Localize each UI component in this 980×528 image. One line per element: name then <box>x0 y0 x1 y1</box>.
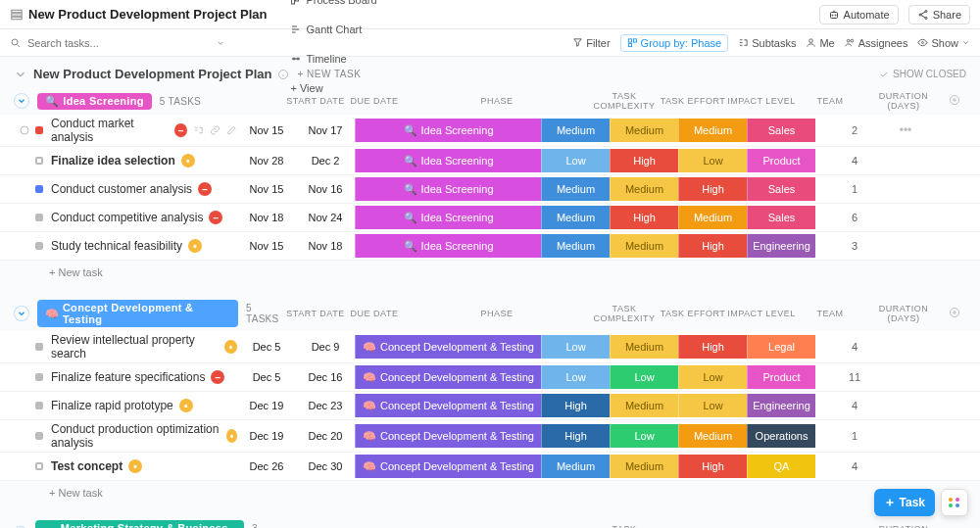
impact-cell[interactable]: Medium <box>678 206 747 229</box>
impact-cell[interactable]: Medium <box>678 424 747 448</box>
status-dot[interactable] <box>35 157 43 165</box>
complexity-cell[interactable]: Low <box>541 365 610 389</box>
show-closed-button[interactable]: SHOW CLOSED <box>879 69 966 79</box>
task-name-cell[interactable]: Conduct competitive analysis − <box>51 211 237 224</box>
priority-warn-icon[interactable]: • <box>181 154 195 168</box>
apps-fab[interactable] <box>941 489 968 516</box>
start-date[interactable]: Nov 15 <box>237 183 296 195</box>
duration-cell[interactable]: 4 <box>815 155 894 167</box>
due-date[interactable]: Dec 2 <box>296 155 355 167</box>
impact-cell[interactable]: Medium <box>678 119 747 142</box>
assignees-button[interactable]: Assignees <box>845 37 908 49</box>
status-dot[interactable] <box>35 214 43 221</box>
link-icon[interactable] <box>210 124 220 136</box>
team-cell[interactable]: Engineering <box>747 394 815 417</box>
duration-cell[interactable]: 4 <box>815 400 894 411</box>
duration-cell[interactable]: 11 <box>815 371 894 383</box>
effort-cell[interactable]: Medium <box>610 394 678 417</box>
chevron-down-icon[interactable] <box>216 38 225 48</box>
phase-cell[interactable]: 🔍 Idea Screening <box>355 149 541 172</box>
start-date[interactable]: Nov 28 <box>237 155 296 167</box>
complexity-cell[interactable]: Low <box>541 335 610 359</box>
complexity-cell[interactable]: Medium <box>541 177 610 201</box>
complexity-cell[interactable]: Low <box>541 149 610 172</box>
team-cell[interactable]: Sales <box>747 119 815 142</box>
due-date[interactable]: Dec 16 <box>296 371 355 383</box>
team-cell[interactable]: QA <box>747 455 815 478</box>
status-dot[interactable] <box>35 343 43 351</box>
impact-cell[interactable]: Low <box>678 149 747 172</box>
task-name-cell[interactable]: Finalize rapid prototype • <box>51 399 237 412</box>
collapse-icon[interactable] <box>14 68 27 81</box>
task-row[interactable]: Conduct production optimization analysis… <box>0 420 980 453</box>
task-name-cell[interactable]: Test concept • <box>51 459 237 473</box>
impact-cell[interactable]: High <box>678 335 747 359</box>
row-more-button[interactable]: ••• <box>894 123 917 137</box>
team-cell[interactable]: Operations <box>747 424 815 448</box>
status-dot[interactable] <box>35 402 43 409</box>
effort-cell[interactable]: Medium <box>610 335 678 359</box>
status-dot[interactable] <box>35 432 43 440</box>
phase-cell[interactable]: 🧠 Concept Development & Testing <box>355 424 541 448</box>
priority-blocked-icon[interactable]: − <box>198 182 212 196</box>
team-cell[interactable]: Sales <box>747 177 815 201</box>
task-name-cell[interactable]: Finalize feature specifications − <box>51 370 237 384</box>
tab--view[interactable]: + View <box>282 73 417 103</box>
impact-cell[interactable]: High <box>678 177 747 201</box>
impact-cell[interactable]: Low <box>678 394 747 417</box>
priority-warn-icon[interactable]: • <box>224 340 237 354</box>
task-row[interactable]: Finalize idea selection • Nov 28 Dec 2 🔍… <box>0 147 980 175</box>
due-date[interactable]: Dec 23 <box>296 400 355 411</box>
effort-cell[interactable]: Low <box>610 365 678 389</box>
section-pill[interactable]: 📊 Marketing Strategy & Business Analysis <box>35 520 245 528</box>
complexity-cell[interactable]: Medium <box>541 234 610 258</box>
due-date[interactable]: Nov 24 <box>296 212 355 223</box>
effort-cell[interactable]: Medium <box>610 177 678 201</box>
task-row[interactable]: Conduct market analysis − Nov 15 Nov 17 … <box>0 115 980 147</box>
tab-timeline[interactable]: Timeline <box>282 44 417 73</box>
duration-cell[interactable]: 1 <box>815 430 894 442</box>
me-button[interactable]: Me <box>806 37 834 49</box>
section-pill[interactable]: 🔍 Idea Screening <box>37 93 152 110</box>
due-date[interactable]: Dec 30 <box>296 460 355 472</box>
priority-blocked-icon[interactable]: − <box>209 211 222 224</box>
complexity-cell[interactable]: Medium <box>541 206 610 229</box>
complexity-cell[interactable]: Medium <box>541 455 610 478</box>
priority-warn-icon[interactable]: • <box>179 399 193 412</box>
task-row[interactable]: Conduct competitive analysis − Nov 18 No… <box>0 204 980 232</box>
effort-cell[interactable]: Medium <box>610 119 678 142</box>
duration-cell[interactable]: 6 <box>815 212 894 223</box>
effort-cell[interactable]: High <box>610 206 678 229</box>
duration-cell[interactable]: 4 <box>815 460 894 472</box>
section-pill[interactable]: 🧠 Concept Development & Testing <box>37 300 238 327</box>
automate-button[interactable]: Automate <box>819 5 899 24</box>
task-row[interactable]: Finalize feature specifications − Dec 5 … <box>0 363 980 392</box>
task-name-cell[interactable]: Conduct production optimization analysis… <box>51 422 237 450</box>
effort-cell[interactable]: Medium <box>610 455 678 478</box>
show-button[interactable]: Show <box>917 37 970 49</box>
task-name-cell[interactable]: Review intellectual property search • <box>51 333 237 360</box>
task-row[interactable]: Test concept • Dec 26 Dec 30 🧠 Concept D… <box>0 453 980 481</box>
section-collapse-button[interactable] <box>14 93 29 109</box>
new-task-fab[interactable]: Task <box>874 489 935 516</box>
start-date[interactable]: Nov 15 <box>237 124 296 136</box>
start-date[interactable]: Dec 5 <box>237 341 296 353</box>
due-date[interactable]: Nov 16 <box>296 183 355 195</box>
search-input[interactable] <box>27 37 125 49</box>
task-name-cell[interactable]: Study technical feasibility • <box>51 239 237 253</box>
circle-icon[interactable] <box>19 124 30 136</box>
priority-warn-icon[interactable]: • <box>188 239 202 253</box>
subtasks-button[interactable]: Subtasks <box>738 37 796 49</box>
due-date[interactable]: Nov 18 <box>296 240 355 252</box>
duration-cell[interactable]: 4 <box>815 341 894 353</box>
phase-cell[interactable]: 🧠 Concept Development & Testing <box>355 455 541 478</box>
due-date[interactable]: Dec 9 <box>296 341 355 353</box>
task-name-cell[interactable]: Conduct market analysis − <box>51 117 237 144</box>
task-name-cell[interactable]: Conduct customer analysis − <box>51 182 237 196</box>
task-row[interactable]: Conduct customer analysis − Nov 15 Nov 1… <box>0 175 980 204</box>
phase-cell[interactable]: 🔍 Idea Screening <box>355 177 541 201</box>
duration-cell[interactable]: 3 <box>815 240 894 252</box>
start-date[interactable]: Dec 19 <box>237 400 296 411</box>
section-collapse-button[interactable] <box>14 306 29 321</box>
task-row[interactable]: Review intellectual property search • De… <box>0 331 980 363</box>
